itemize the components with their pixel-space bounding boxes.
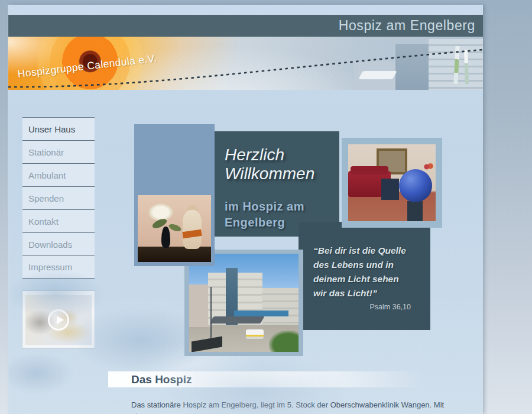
sphere-pedestal — [407, 201, 423, 221]
page-container: Hospiz am Engelberg Hospizgruppe Calendu… — [8, 5, 483, 414]
black-vase — [161, 227, 170, 248]
hospital-building-photo — [189, 254, 299, 352]
quote-line: des Lebens und in — [313, 258, 430, 272]
building-glass-strip — [234, 310, 288, 316]
nav-item-ambulant[interactable]: Ambulant — [22, 163, 95, 186]
building-left-wing — [189, 284, 210, 327]
treetops-view-photo — [138, 129, 211, 192]
figurine-and-vase-photo — [138, 195, 211, 262]
play-icon[interactable] — [48, 309, 69, 331]
section-paragraph: Das stationäre Hospiz am Engelberg, lieg… — [131, 400, 465, 414]
blue-sphere — [399, 169, 432, 202]
site-title: Hospiz am Engelberg — [339, 18, 483, 34]
lounge-interior-photo — [348, 144, 436, 221]
side-table — [381, 179, 399, 200]
welcome-heading: Herzlich Willkommen — [225, 145, 339, 183]
taxi-van — [246, 329, 264, 339]
header-bar: Hospiz am Engelberg — [8, 15, 483, 37]
bible-quote: “Bei dir ist die Quelle des Lebens und i… — [313, 244, 430, 300]
entrance-canopy — [210, 316, 265, 324]
quote-panel: “Bei dir ist die Quelle des Lebens und i… — [299, 222, 430, 330]
quote-line: “Bei dir ist die Quelle — [313, 244, 430, 258]
nav-item-stationaer[interactable]: Stationär — [22, 140, 95, 163]
banner-image: Hospizgruppe Calendula e.V. — [8, 37, 483, 90]
flower-bouquet — [424, 163, 433, 170]
leaf — [168, 223, 182, 233]
nav-item-spenden[interactable]: Spenden — [22, 186, 95, 209]
street-lamp — [210, 287, 212, 338]
nav-item-kontakt[interactable]: Kontakt — [22, 209, 95, 232]
nav-item-unser-haus[interactable]: Unser Haus — [22, 117, 95, 140]
welcome-panel: Herzlich Willkommen im Hospiz am Engelbe… — [215, 131, 339, 237]
nav-item-downloads[interactable]: Downloads — [22, 232, 95, 255]
video-thumbnail[interactable] — [22, 291, 95, 348]
welcome-heading-line2: Willkommen — [225, 164, 339, 183]
section-heading-band: Das Hospiz — [108, 371, 424, 387]
section-heading: Das Hospiz — [108, 373, 192, 386]
quote-source: Psalm 36,10 — [299, 303, 411, 311]
main-navigation: Unser Haus Stationär Ambulant Spenden Ko… — [22, 117, 95, 279]
building-right-wing — [262, 288, 299, 325]
video-preview-image — [25, 295, 92, 345]
quote-line: deinem Licht sehen — [313, 272, 430, 286]
nav-item-impressum[interactable]: Impressum — [22, 255, 95, 279]
dark-table — [138, 247, 211, 262]
green-bush — [269, 331, 299, 352]
welcome-subheading-line1: im Hospiz am — [225, 199, 339, 215]
photo-frame-left — [134, 124, 215, 266]
welcome-heading-line1: Herzlich — [225, 145, 339, 164]
photo-frame-interior — [342, 138, 442, 228]
quote-line: wir das Licht!” — [313, 286, 430, 300]
